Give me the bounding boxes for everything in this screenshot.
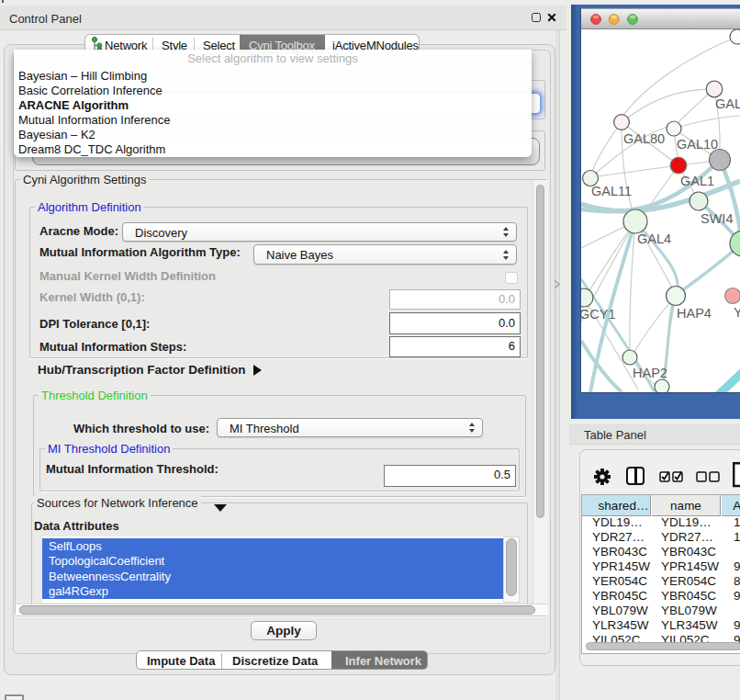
- svg-text:SWI4: SWI4: [701, 211, 733, 226]
- svg-text:GAL1: GAL1: [680, 174, 714, 188]
- svg-text:HAP2: HAP2: [633, 366, 667, 380]
- svg-text:GCY1: GCY1: [581, 307, 616, 322]
- svg-text:GAL11: GAL11: [591, 184, 632, 198]
- svg-text:GAL2: GAL2: [715, 96, 740, 111]
- svg-text:HAP4: HAP4: [677, 306, 712, 321]
- svg-text:YB: YB: [734, 305, 740, 320]
- svg-text:GAL80: GAL80: [623, 131, 665, 146]
- svg-text:GAL4: GAL4: [637, 231, 671, 246]
- svg-text:GAL10: GAL10: [677, 137, 718, 152]
